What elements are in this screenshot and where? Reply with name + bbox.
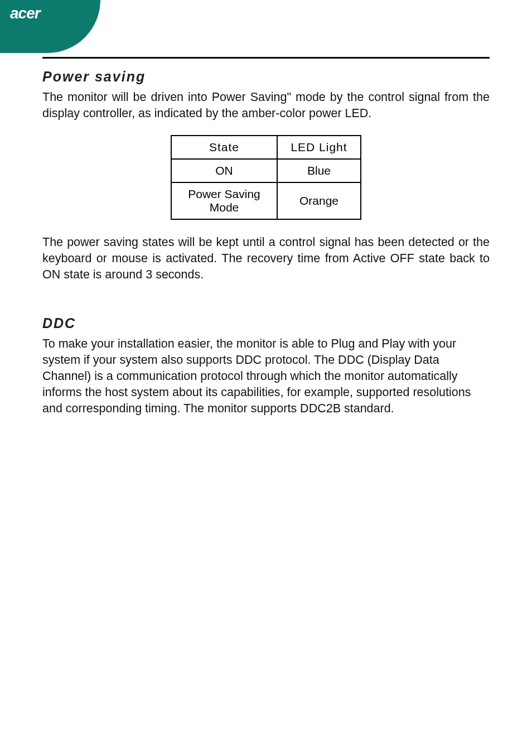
table-cell-led: Orange	[277, 182, 361, 219]
power-saving-heading: Power saving	[42, 69, 490, 85]
state-led-table: State LED Light ON Blue Power Saving Mod…	[171, 135, 361, 220]
table-header-led: LED Light	[277, 136, 361, 159]
table-cell-state: Power Saving Mode	[171, 182, 277, 219]
divider-line	[42, 57, 490, 59]
power-saving-intro: The monitor will be driven into Power Sa…	[42, 89, 490, 122]
table-header-row: State LED Light	[171, 136, 361, 159]
table-row: ON Blue	[171, 159, 361, 182]
header-corner: acer	[0, 0, 100, 53]
ddc-body: To make your installation easier, the mo…	[42, 336, 490, 417]
table-cell-led: Blue	[277, 159, 361, 182]
power-saving-outro: The power saving states will be kept unt…	[42, 234, 490, 283]
ddc-heading: DDC	[42, 315, 490, 331]
table-cell-state: ON	[171, 159, 277, 182]
page-content: Power saving The monitor will be driven …	[42, 57, 490, 430]
brand-logo: acer	[10, 4, 40, 22]
table-row: Power Saving Mode Orange	[171, 182, 361, 219]
table-header-state: State	[171, 136, 277, 159]
